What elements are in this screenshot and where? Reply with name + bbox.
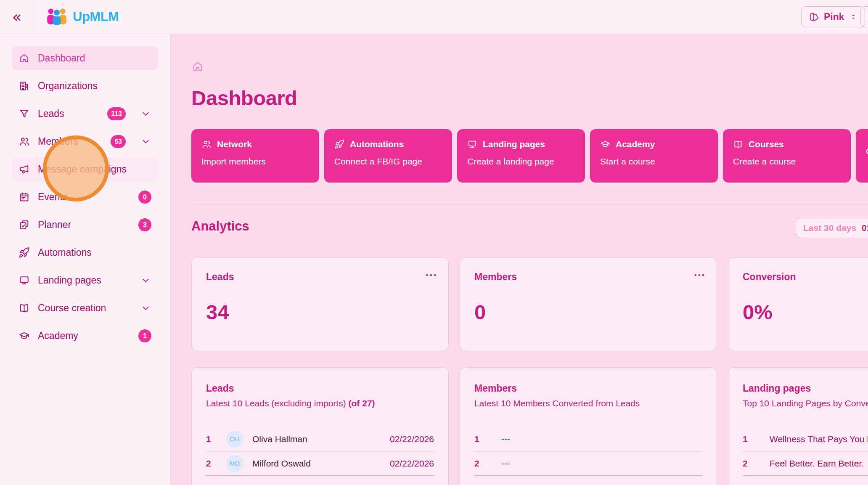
home-icon <box>19 53 30 64</box>
dots-icon <box>692 268 707 282</box>
main-content: Dashboard NetworkImport membersAutomatio… <box>171 34 868 485</box>
quick-action-title: Landing pages <box>467 139 575 149</box>
sidebar-item-label: Dashboard <box>38 53 85 64</box>
sidebar-item-events[interactable]: Events0 <box>12 185 158 209</box>
sidebar-collapse-area: « <box>0 0 34 34</box>
quick-action-network[interactable]: NetworkImport members <box>191 129 319 183</box>
list-card-landing-pages: Landing pagesTop 10 Landing Pages by Con… <box>728 367 868 485</box>
chevron-icon <box>140 108 151 119</box>
brand-name: UpMLM <box>73 9 119 24</box>
quick-action-courses[interactable]: CoursesCreate a course <box>723 129 851 183</box>
list-card-subtitle: Latest 10 Members Converted from Leads <box>474 398 702 408</box>
row-name: Wellness That Pays You Back <box>770 434 868 444</box>
gradcap-icon <box>600 139 610 149</box>
topbar: « UpMLM Pink <box>0 0 868 34</box>
list-card-subtitle: Latest 10 Leads (excluding imports) (of … <box>206 398 434 408</box>
list-item[interactable]: 2MOMilford Oswald02/22/2026 <box>206 451 434 476</box>
brand-logo-icon <box>46 8 68 26</box>
page-title: Dashboard <box>191 86 868 110</box>
count-badge: 113 <box>107 107 126 120</box>
sidebar-item-organizations[interactable]: Organizations <box>12 74 158 98</box>
quick-action-landing-pages[interactable]: Landing pagesCreate a landing page <box>457 129 585 183</box>
quick-action-title: Courses <box>733 139 841 149</box>
sidebar-item-leads[interactable]: Leads113 <box>12 102 158 126</box>
list-item[interactable]: 1OHOliva Hallman02/22/2026 <box>206 427 434 451</box>
quick-action-subtitle: Import members <box>201 156 309 167</box>
avatar: MO <box>226 455 243 472</box>
dots-icon <box>424 268 438 282</box>
sidebar-collapse-button[interactable]: « <box>9 9 24 25</box>
updown-chevron-icon <box>849 13 857 21</box>
sidebar-item-dashboard[interactable]: Dashboard <box>12 46 158 70</box>
members-icon <box>201 139 212 149</box>
sidebar-nav: DashboardOrganizationsLeads113Members53M… <box>0 46 170 348</box>
funnel-icon <box>19 108 30 119</box>
stat-card-value: 0% <box>743 300 868 324</box>
card-menu-button[interactable] <box>424 268 438 282</box>
sidebar-item-label: Course creation <box>38 302 106 314</box>
row-index: 1 <box>743 434 755 444</box>
avatar: OH <box>226 431 243 448</box>
sidebar-item-message-campaigns[interactable]: Message campaigns <box>12 157 158 181</box>
sidebar-item-label: Message campaigns <box>38 164 127 175</box>
row-index: 1 <box>206 434 219 444</box>
sidebar-item-landing-pages[interactable]: Landing pages <box>12 268 158 292</box>
theme-selector-label: Pink <box>824 11 844 23</box>
sidebar-item-members[interactable]: Members53 <box>12 130 158 154</box>
row-name: --- <box>501 434 702 444</box>
row-name: Milford Oswald <box>252 458 390 469</box>
stats-row: Leads34Members0Conversion0% <box>191 257 868 351</box>
list-card-title: Leads <box>206 383 434 394</box>
row-date: 02/22/2026 <box>390 458 434 469</box>
building-icon <box>19 80 30 92</box>
list-item[interactable]: 1--- <box>474 427 702 451</box>
megaphone-icon <box>19 164 30 175</box>
quick-action-partial[interactable]: C <box>856 129 868 183</box>
chevron-icon <box>140 302 151 314</box>
list-card-title: Landing pages <box>743 383 868 394</box>
sidebar-item-label: Academy <box>38 330 78 342</box>
list-item[interactable]: 1Wellness That Pays You Back <box>743 427 868 451</box>
list-card-members: MembersLatest 10 Members Converted from … <box>460 367 717 485</box>
sidebar-item-academy[interactable]: Academy1 <box>12 324 158 348</box>
list-card-title: Members <box>474 383 702 394</box>
breadcrumb-home-icon[interactable] <box>191 60 204 73</box>
stat-card-title: Conversion <box>743 271 868 283</box>
gradcap-icon <box>19 330 30 342</box>
sidebar-item-automations[interactable]: Automations <box>12 241 158 265</box>
stat-card-leads: Leads34 <box>191 257 449 351</box>
list-card-subtitle: Top 10 Landing Pages by Convers <box>743 398 868 408</box>
sidebar-item-label: Automations <box>38 247 92 258</box>
date-filter-range: 01/2 <box>862 223 868 233</box>
sidebar-item-label: Members <box>38 136 78 147</box>
quick-action-automations[interactable]: AutomationsConnect a FB/IG page <box>324 129 452 183</box>
stat-card-value: 34 <box>206 300 434 324</box>
row-name: Feel Better. Earn Better. <box>770 458 868 469</box>
sidebar-item-course-creation[interactable]: Course creation <box>12 296 158 320</box>
quick-action-subtitle: Connect a FB/IG page <box>334 156 442 167</box>
sidebar-item-planner[interactable]: Planner3 <box>12 213 158 237</box>
date-range-filter[interactable]: Last 30 days 01/2 <box>796 218 868 238</box>
row-index: 2 <box>206 458 219 469</box>
row-index: 1 <box>474 434 487 444</box>
analytics-header: Analytics Last 30 days 01/2 <box>191 219 868 240</box>
list-item[interactable]: 2--- <box>474 451 702 476</box>
row-index: 2 <box>474 458 487 469</box>
partial-edge-button[interactable] <box>860 6 868 27</box>
list-item[interactable]: 2Feel Better. Earn Better. <box>743 451 868 476</box>
section-divider <box>191 204 868 204</box>
palette-icon <box>809 12 819 22</box>
sidebar-item-label: Organizations <box>38 80 98 92</box>
sidebar-item-label: Leads <box>38 108 64 119</box>
list-rows: 1OHOliva Hallman02/22/20262MOMilford Osw… <box>206 427 434 476</box>
quick-action-subtitle: C <box>866 146 868 156</box>
members-icon <box>19 136 30 147</box>
monitor-icon <box>467 139 477 149</box>
lists-row: LeadsLatest 10 Leads (excluding imports)… <box>191 367 868 485</box>
card-menu-button[interactable] <box>692 268 707 282</box>
book-icon <box>733 139 743 149</box>
stat-card-conversion: Conversion0% <box>728 257 868 351</box>
book-icon <box>19 302 30 314</box>
quick-action-academy[interactable]: AcademyStart a course <box>590 129 718 183</box>
theme-selector-button[interactable]: Pink <box>801 6 865 27</box>
